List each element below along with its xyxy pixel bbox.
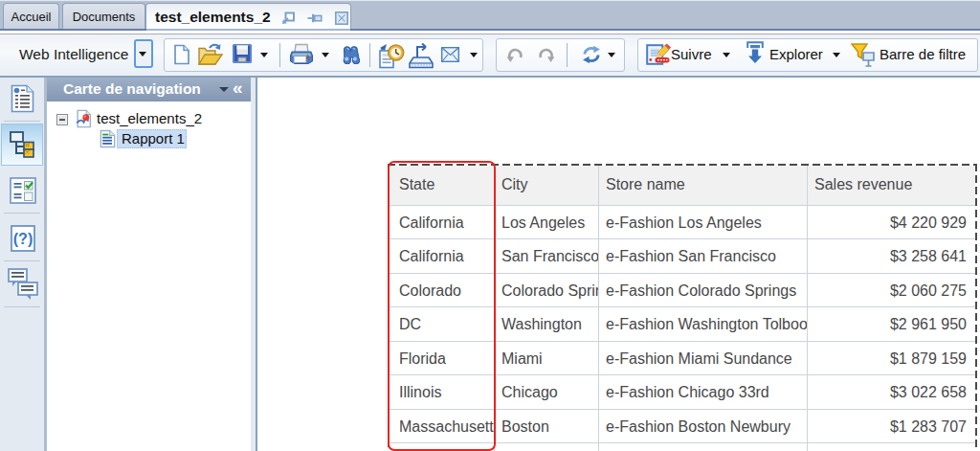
svg-text:(?): (?)	[13, 231, 33, 247]
